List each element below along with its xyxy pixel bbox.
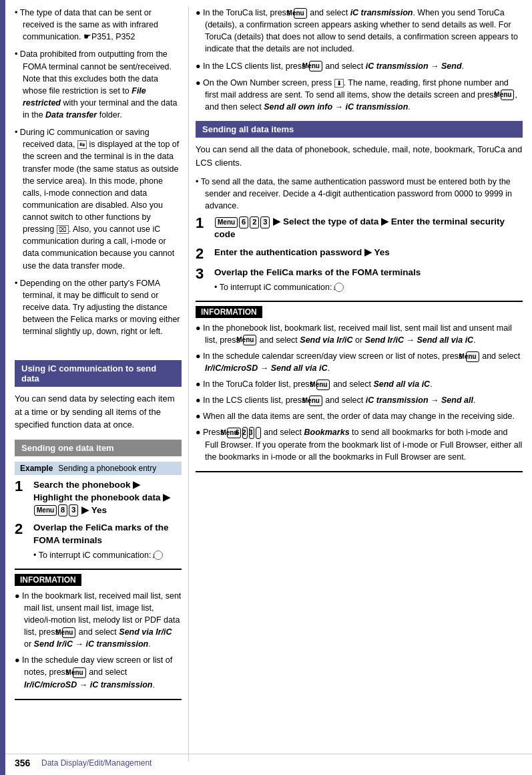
send-all-sub-bullet: To send all the data, the same authentic… (196, 176, 523, 212)
step-1: 1 Search the phonebook ▶ Highlight the p… (15, 479, 182, 517)
bullet-item-4: Depending on the other party's FOMA term… (15, 277, 182, 338)
right-step-1: 1 Menu623 ▶ Select the type of data ▶ En… (196, 216, 523, 241)
footer-label: Data Display/Edit/Management (41, 758, 152, 768)
left-column: The type of data that can be sent or rec… (15, 7, 188, 762)
right-info-5: ● When all the data items are sent, the … (196, 410, 523, 422)
footer: 356 Data Display/Edit/Management (5, 754, 532, 768)
send-one-header: Sending one data item (15, 440, 182, 456)
right-info-3: In the ToruCa folder list, press Menu an… (196, 378, 523, 390)
right-bullet-2: In the LCS clients list, press Menu and … (196, 60, 523, 72)
send-all-header: Sending all data items (196, 121, 523, 138)
left-accent-bar (0, 0, 5, 775)
right-info-6: ● Press Menu623 and select Bookmarks to … (196, 426, 523, 463)
right-top-bullets: In the ToruCa list, press Menu and selec… (196, 7, 523, 113)
page-number: 356 (15, 758, 35, 768)
using-ic-header: Using iC communication to send data (15, 360, 182, 387)
left-info-item-1: In the bookmark list, received mail list… (15, 590, 182, 651)
send-all-intro: You can send all the data of phonebook, … (196, 143, 523, 169)
example-box: Example Sending a phonebook entry (15, 462, 182, 475)
right-step-3: 3 Overlap the FeliCa marks of the FOMA t… (196, 267, 523, 293)
bullet-item-2: Data prohibited from outputting from the… (15, 48, 182, 121)
right-info-box: INFORMATION In the phonebook list, bookm… (196, 301, 523, 473)
left-info-item-2: In the schedule day view screen or list … (15, 654, 182, 690)
right-column: In the ToruCa list, press Menu and selec… (188, 7, 523, 762)
right-bullet-1: In the ToruCa list, press Menu and selec… (196, 7, 523, 55)
right-info-2: In the schedule calendar screen/day view… (196, 350, 523, 374)
right-info-1: In the phonebook list, bookmark list, re… (196, 322, 523, 346)
right-info-4: In the LCS clients list, press Menu and … (196, 394, 523, 406)
right-bullet-3: On the Own Number screen, press ⬇. The n… (196, 77, 523, 113)
right-step-2: 2 Enter the authentication password ▶ Ye… (196, 247, 523, 261)
left-info-box: INFORMATION In the bookmark list, receiv… (15, 569, 182, 700)
using-ic-intro: You can send data by selecting each item… (15, 392, 182, 432)
left-bullet-list: The type of data that can be sent or rec… (15, 7, 182, 337)
step-2: 2 Overlap the FeliCa marks of the FOMA t… (15, 522, 182, 561)
bullet-item-3: During iC communication or saving receiv… (15, 126, 182, 272)
bullet-item-1: The type of data that can be sent or rec… (15, 7, 182, 43)
